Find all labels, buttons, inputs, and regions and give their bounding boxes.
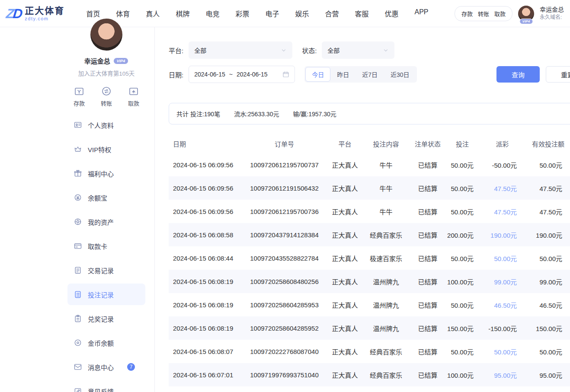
cell-bet-amount: 50.00元 xyxy=(445,347,480,356)
chevron-down-icon xyxy=(281,47,287,53)
quick-action-deposit[interactable]: 存款 xyxy=(68,86,90,107)
bank-card-icon xyxy=(74,242,82,250)
nav-item[interactable]: APP xyxy=(415,8,429,19)
header-bet: 投注 xyxy=(445,139,480,148)
quick-action-withdraw[interactable]: 取款 xyxy=(123,86,144,107)
sidebar-item-label: 交易记录 xyxy=(88,266,114,275)
nav-item[interactable]: 体育 xyxy=(116,8,130,19)
cell-status: 已结算 xyxy=(411,347,445,356)
table-row: 2024-06-15 06:08:19 1009720258608480256 … xyxy=(169,270,570,293)
cell-platform: 正大真人 xyxy=(329,160,361,169)
cell-payout: -50.00元 xyxy=(480,160,525,169)
cell-platform: 正大真人 xyxy=(329,184,361,193)
sidebar-item-assets[interactable]: 我的资产 xyxy=(67,211,145,233)
deposit-link[interactable]: 存款 xyxy=(461,10,473,18)
sidebar-item-welfare[interactable]: 福利中心 xyxy=(67,163,145,184)
cell-bet-content: 温州牌九 xyxy=(361,324,411,333)
cell-order-number: 1009720258608480256 xyxy=(240,278,329,285)
cell-status: 已结算 xyxy=(411,324,445,333)
header-right: 存款 转账 取款 VIP4 幸运金总 永久域名: xyxy=(455,6,564,22)
cell-valid-bet: 47.50元 xyxy=(525,184,570,193)
nav-item[interactable]: 客服 xyxy=(355,8,368,19)
header-username[interactable]: 幸运金总 xyxy=(540,6,564,14)
range-button[interactable]: 近7日 xyxy=(355,67,384,82)
cell-date: 2024-06-15 06:09:56 xyxy=(169,161,240,169)
cell-status: 已结算 xyxy=(411,160,445,169)
cell-platform: 正大真人 xyxy=(329,277,361,286)
bet-list-icon xyxy=(74,290,82,299)
cell-platform: 正大真人 xyxy=(329,300,361,309)
quick-action-transfer[interactable]: 转账 xyxy=(96,86,117,107)
cell-platform: 正大真人 xyxy=(329,230,361,239)
nav-item[interactable]: 电竞 xyxy=(205,8,219,19)
sidebar-item-label: 意见反馈 xyxy=(88,387,114,392)
status-select[interactable]: 全部 xyxy=(322,41,394,59)
sidebar-item-yuebao[interactable]: 余额宝 xyxy=(67,187,145,208)
platform-select[interactable]: 全部 xyxy=(189,41,292,59)
range-button[interactable]: 今日 xyxy=(305,67,330,82)
nav-item[interactable]: 娱乐 xyxy=(295,8,309,19)
nav-item[interactable]: 棋牌 xyxy=(176,8,189,19)
sidebar-item-gold-balance[interactable]: 金币余额 xyxy=(67,332,145,354)
top-header: ZD 正大体育 zdty.com 首页 体育 真人 棋牌 电竞 彩票 电子 娱乐… xyxy=(0,0,570,27)
sidebar-item-transactions[interactable]: 交易记录 xyxy=(67,259,145,281)
cell-bet-amount: 50.00元 xyxy=(445,207,480,216)
cell-payout: 47.50元 xyxy=(480,207,525,216)
cell-payout: 46.50元 xyxy=(480,300,525,309)
chevron-down-icon xyxy=(383,47,389,53)
sidebar-item-label: VIP特权 xyxy=(88,145,111,154)
sidebar-item-messages[interactable]: 消息中心 7 xyxy=(67,356,145,378)
brand-domain: zdty.com xyxy=(25,16,64,21)
brand-logo[interactable]: ZD 正大体育 zdty.com xyxy=(6,6,64,21)
sidebar-item-vip[interactable]: VIP特权 xyxy=(67,138,145,160)
nav-item[interactable]: 优惠 xyxy=(384,8,398,19)
sidebar-item-feedback[interactable]: 意见反馈 xyxy=(67,380,145,392)
cell-order-number: 1009720222768087040 xyxy=(240,348,329,355)
quick-action-label: 转账 xyxy=(96,99,117,107)
calendar-icon[interactable] xyxy=(282,71,289,78)
profile-username: 幸运金总 xyxy=(84,56,110,65)
nav-item[interactable]: 彩票 xyxy=(235,8,249,19)
profile-avatar[interactable] xyxy=(90,19,122,51)
range-button[interactable]: 昨日 xyxy=(330,67,355,82)
date-label: 日期: xyxy=(169,70,183,79)
sidebar-item-label: 兑奖记录 xyxy=(88,314,114,323)
quick-action-label: 取款 xyxy=(123,99,144,107)
table-row: 2024-06-15 06:08:07 1009720222768087040 … xyxy=(169,340,570,363)
reset-button[interactable]: 重置 xyxy=(546,66,570,83)
vip-badge: VIP4 xyxy=(519,19,533,24)
query-button[interactable]: 查询 xyxy=(496,66,540,83)
withdraw-link[interactable]: 取款 xyxy=(494,10,506,18)
nav-item[interactable]: 电子 xyxy=(265,8,279,19)
cell-bet-amount: 100.00元 xyxy=(445,277,480,286)
date-range-input[interactable]: 2024-06-15 ~ 2024-06-15 xyxy=(189,66,295,83)
cell-status: 已结算 xyxy=(411,184,445,193)
sidebar-item-profile[interactable]: 个人资料 xyxy=(67,114,145,136)
cell-valid-bet: 190.00元 xyxy=(525,230,570,239)
nav-item[interactable]: 首页 xyxy=(86,8,100,19)
sidebar-item-redeem-records[interactable]: 兑奖记录 xyxy=(67,308,145,329)
sidebar-item-bet-records[interactable]: 投注记录 xyxy=(67,284,145,305)
range-button[interactable]: 近30日 xyxy=(384,67,416,82)
nav-item[interactable]: 合营 xyxy=(325,8,339,19)
cell-valid-bet: 50.00元 xyxy=(525,254,570,263)
deposit-icon xyxy=(68,86,90,96)
cell-status: 已结算 xyxy=(411,277,445,286)
table-header: 日期 订单号 平台 投注内容 注单状态 投注 派彩 有效投注额 xyxy=(169,134,570,153)
nav-item[interactable]: 真人 xyxy=(146,8,160,19)
platform-label: 平台: xyxy=(169,46,183,55)
cell-bet-content: 经典百家乐 xyxy=(361,230,411,239)
cell-platform: 正大真人 xyxy=(329,207,361,216)
logo-mark-icon: ZD xyxy=(5,7,22,20)
quick-range-group: 今日 昨日 近7日 近30日 xyxy=(304,66,416,83)
sidebar-item-label: 金币余额 xyxy=(88,338,114,347)
sidebar-item-withdraw-card[interactable]: 取款卡 xyxy=(67,235,145,257)
cell-bet-amount: 100.00元 xyxy=(445,370,480,379)
cell-platform: 正大真人 xyxy=(329,347,361,356)
cell-date: 2024-06-15 06:08:19 xyxy=(169,325,240,332)
header-payout: 派彩 xyxy=(480,139,525,148)
cell-valid-bet: 99.00元 xyxy=(525,277,570,286)
unread-count-badge: 7 xyxy=(127,363,135,371)
transfer-link[interactable]: 转账 xyxy=(478,10,489,18)
cell-payout: 50.00元 xyxy=(480,254,525,263)
